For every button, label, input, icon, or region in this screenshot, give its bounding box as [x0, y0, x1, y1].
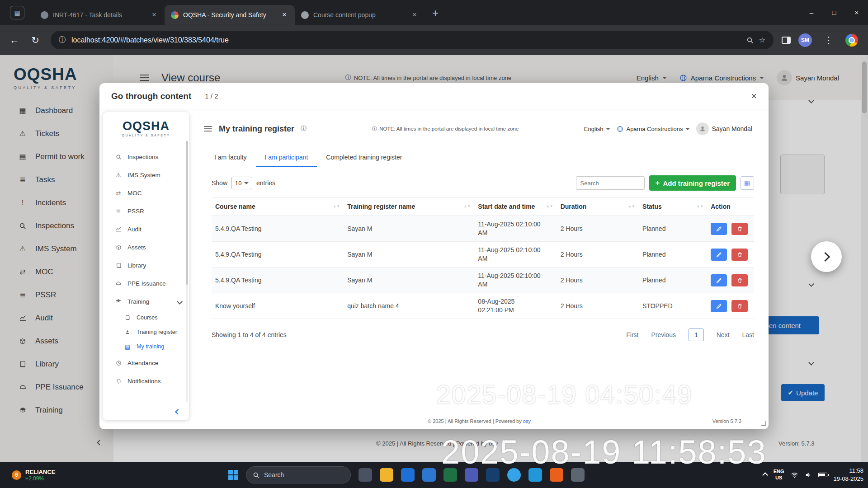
window-maximize-button[interactable]: □ — [823, 0, 845, 25]
modal-close-icon[interactable]: × — [751, 90, 757, 102]
clock-icon — [115, 360, 122, 366]
taskbar-app-icon[interactable] — [401, 468, 415, 482]
edit-button[interactable] — [711, 274, 727, 286]
tray-expand-chevron-icon[interactable] — [762, 472, 768, 478]
add-training-register-button[interactable]: + Add training register — [649, 175, 736, 191]
address-bar[interactable]: ⓘ localhost:4200/#/batches/view/310/383/… — [51, 31, 774, 49]
pagination-first[interactable]: First — [626, 331, 638, 338]
language-selector[interactable]: English — [584, 126, 611, 132]
inner-nav-moc[interactable]: ⇄MOC — [103, 184, 189, 202]
tab-title: Course content popup — [313, 11, 406, 19]
browser-tab-2-active[interactable]: OQSHA - Security and Safety × — [165, 5, 295, 25]
page-size-select[interactable]: 10 — [231, 177, 252, 189]
taskbar-app-icon[interactable] — [422, 468, 436, 482]
column-visibility-button[interactable]: ▦ — [741, 176, 754, 190]
cell-action — [707, 293, 754, 319]
inner-nav-library[interactable]: Library — [103, 256, 189, 274]
inner-sidebar-scrollbar[interactable] — [186, 141, 188, 402]
inner-nav-training[interactable]: Training — [103, 292, 189, 310]
inner-nav-ims-system[interactable]: ⚠IMS System — [103, 166, 189, 184]
language-indicator[interactable]: ENG US — [774, 469, 784, 481]
sidebar-collapse-icon[interactable] — [175, 409, 181, 415]
widgets-stock-ticker[interactable]: 6 RELIANCE +2.09% — [12, 469, 55, 482]
inner-nav-assets[interactable]: Assets — [103, 238, 189, 256]
resize-handle[interactable] — [761, 421, 766, 426]
inner-nav-audit[interactable]: Audit — [103, 220, 189, 238]
edit-button[interactable] — [711, 300, 727, 312]
site-info-icon[interactable]: ⓘ — [59, 35, 66, 45]
delete-button[interactable] — [731, 223, 748, 235]
battery-icon[interactable] — [818, 473, 827, 477]
inner-nav-pssr[interactable]: ≣PSSR — [103, 202, 189, 220]
back-button[interactable]: ← — [5, 35, 24, 46]
copyright-text: © 2025 | All Rights Reserved | Powered b… — [428, 418, 522, 424]
cell-status: Planned — [639, 242, 707, 267]
tab-i-am-faculty[interactable]: I am faculty — [205, 149, 256, 167]
file-explorer-icon[interactable] — [380, 468, 393, 482]
browser-tab-1[interactable]: INRT-4617 - Task details × — [34, 5, 165, 25]
new-tab-button[interactable]: + — [432, 7, 439, 19]
search-input[interactable] — [576, 176, 645, 190]
delete-button[interactable] — [731, 274, 748, 286]
date-line-1: 11-Aug-2025 02:10:00 — [478, 246, 553, 254]
window-close-button[interactable]: × — [845, 0, 868, 25]
powered-by-link[interactable]: osy — [523, 418, 531, 424]
next-content-button[interactable] — [811, 241, 842, 272]
organization-selector[interactable]: Aparna Constructions — [617, 126, 690, 132]
side-panel-icon[interactable] — [782, 37, 791, 44]
wifi-icon[interactable] — [791, 471, 798, 479]
edit-button[interactable] — [711, 223, 727, 235]
lang-line-1: ENG — [774, 469, 784, 475]
search-icon — [115, 154, 122, 160]
browser-tab-3[interactable]: Course content popup × — [295, 5, 425, 25]
taskbar-app-icon[interactable] — [359, 468, 372, 482]
taskbar-search[interactable]: Search — [246, 466, 351, 483]
cell-course-name: 5.4.9.QA Testing — [212, 216, 344, 242]
volume-icon[interactable] — [805, 471, 812, 479]
warning-icon: ⚠ — [115, 172, 122, 178]
chrome-profile-icon[interactable] — [845, 34, 858, 47]
menu-hamburger-icon[interactable] — [204, 126, 212, 131]
cell-duration: 2 Hours — [557, 293, 639, 319]
cell-duration: 2 Hours — [557, 216, 639, 242]
pagination-page-1[interactable]: 1 — [689, 328, 704, 341]
user-menu[interactable]: Sayan Mondal — [696, 122, 752, 135]
zoom-icon[interactable] — [746, 37, 754, 44]
info-icon[interactable]: ⓘ — [301, 125, 307, 133]
delete-button[interactable] — [731, 249, 748, 261]
inner-nav-notifications[interactable]: Notifications — [103, 372, 189, 390]
tab-close-icon[interactable]: × — [410, 10, 419, 19]
tab-close-icon[interactable]: × — [150, 10, 158, 19]
scrollbar-thumb[interactable] — [186, 141, 188, 285]
document-icon: ▤ — [124, 343, 131, 350]
inner-nav-my-training[interactable]: ▤My training — [103, 339, 189, 354]
tab-overview-icon[interactable]: ▦ — [10, 6, 24, 19]
bookmark-star-icon[interactable]: ☆ — [759, 36, 765, 44]
column-header-duration[interactable]: Duration▲▼ — [557, 197, 639, 216]
tab-close-icon[interactable]: × — [280, 10, 288, 19]
nav-label: Training register — [137, 329, 177, 335]
reload-button[interactable]: ↻ — [26, 35, 44, 46]
inner-nav-attendance[interactable]: Attendance — [103, 354, 189, 372]
inner-nav-ppe-issuance[interactable]: PPE Issuance — [103, 274, 189, 292]
window-minimize-button[interactable]: – — [800, 0, 823, 25]
inner-nav-inspections[interactable]: Inspections — [103, 148, 189, 166]
cell-start-date: 08-Aug-202502:21:00 PM — [474, 293, 557, 319]
pagination-next[interactable]: Next — [717, 331, 730, 338]
browser-menu-icon[interactable]: ⋮ — [820, 35, 838, 46]
tab-i-am-participant[interactable]: I am participant — [256, 149, 317, 167]
column-header-training-register-name[interactable]: Training register name▲▼ — [344, 197, 474, 216]
browser-profile-avatar[interactable]: SM — [798, 33, 812, 47]
edit-button[interactable] — [711, 249, 727, 261]
tab-completed-training-register[interactable]: Completed training register — [317, 149, 411, 167]
inner-nav-training-register[interactable]: Training register — [103, 325, 189, 339]
pagination-last[interactable]: Last — [742, 331, 754, 338]
column-header-start-date[interactable]: Start date and time▲▼ — [474, 197, 557, 216]
delete-button[interactable] — [731, 300, 748, 312]
column-header-status[interactable]: Status▲▼ — [639, 197, 707, 216]
inner-nav-courses[interactable]: Courses — [103, 310, 189, 325]
start-button[interactable] — [228, 470, 238, 480]
column-header-course-name[interactable]: Course name▲▼ — [212, 197, 344, 216]
pagination-previous[interactable]: Previous — [651, 331, 675, 338]
taskbar-clock[interactable]: 11:58 19-08-2025 — [834, 467, 864, 483]
